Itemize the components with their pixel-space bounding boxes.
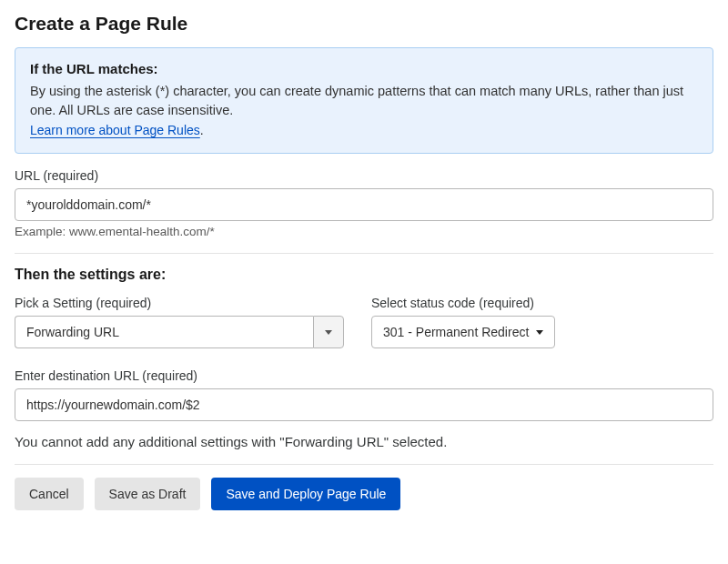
info-text: By using the asterisk (*) character, you… (30, 82, 698, 122)
url-input[interactable] (15, 188, 713, 221)
learn-more-link[interactable]: Learn more about Page Rules (30, 123, 200, 137)
settings-heading: Then the settings are: (15, 267, 713, 283)
caret-down-icon (536, 330, 543, 335)
destination-label: Enter destination URL (required) (15, 368, 713, 383)
info-box: If the URL matches: By using the asteris… (15, 47, 713, 154)
divider (15, 464, 713, 465)
button-row: Cancel Save as Draft Save and Deploy Pag… (15, 478, 713, 510)
setting-value: Forwarding URL (15, 316, 313, 348)
destination-input[interactable] (15, 388, 713, 421)
url-hint: Example: www.emental-health.com/* (15, 225, 713, 238)
status-label: Select status code (required) (371, 296, 555, 310)
info-link-suffix: . (200, 123, 204, 137)
divider (15, 253, 713, 254)
setting-dropdown-button[interactable] (313, 316, 344, 348)
page-title: Create a Page Rule (15, 13, 713, 35)
caret-down-icon (325, 330, 332, 335)
save-draft-button[interactable]: Save as Draft (95, 478, 201, 510)
info-heading: If the URL matches: (30, 59, 698, 80)
status-value: 301 - Permanent Redirect (383, 325, 529, 339)
url-label: URL (required) (15, 168, 713, 183)
save-deploy-button[interactable]: Save and Deploy Page Rule (211, 478, 400, 510)
status-code-select[interactable]: 301 - Permanent Redirect (371, 316, 555, 348)
cancel-button[interactable]: Cancel (15, 478, 84, 510)
settings-note: You cannot add any additional settings w… (15, 434, 713, 449)
setting-label: Pick a Setting (required) (15, 296, 344, 310)
setting-select[interactable]: Forwarding URL (15, 316, 344, 348)
